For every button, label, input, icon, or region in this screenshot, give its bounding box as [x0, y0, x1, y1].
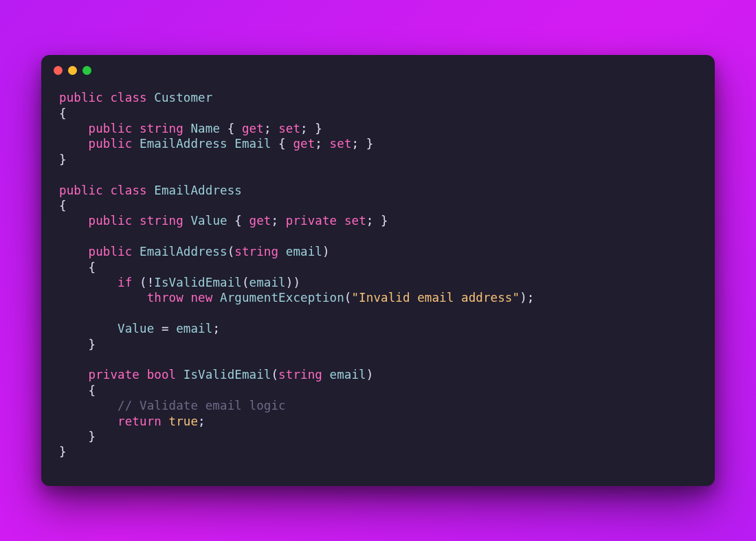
brace-close: }	[59, 153, 67, 166]
indent	[59, 291, 147, 305]
prop-name: Name	[190, 122, 220, 135]
keyword-class: class	[110, 91, 146, 104]
literal-true: true	[169, 415, 199, 428]
punct: ; }	[366, 214, 388, 228]
punct: ;	[264, 122, 278, 135]
brace-open: {	[59, 107, 67, 120]
indent	[59, 276, 118, 289]
punct: (	[344, 291, 352, 305]
string-invalid-email: "Invalid email address"	[351, 291, 520, 305]
keyword-bool: bool	[147, 368, 177, 382]
punct: ;	[212, 322, 220, 335]
space	[162, 415, 169, 428]
keyword-private: private	[89, 368, 140, 382]
brace-close: }	[59, 445, 67, 459]
punct: )	[322, 245, 330, 258]
keyword-public: public	[59, 184, 103, 197]
space	[103, 184, 111, 197]
keyword-private: private	[286, 214, 337, 228]
punct: ; }	[352, 137, 374, 151]
type-customer: Customer	[154, 91, 212, 104]
keyword-public: public	[89, 245, 133, 258]
space	[176, 368, 184, 382]
punct: ))	[286, 276, 300, 289]
keyword-public: public	[89, 137, 133, 151]
keyword-get: get	[293, 137, 315, 151]
brace-open: {	[59, 199, 67, 212]
space	[140, 368, 147, 382]
keyword-set: set	[278, 122, 300, 135]
punct: )	[366, 368, 374, 382]
punct: {	[271, 137, 293, 151]
prop-value: Value	[190, 214, 227, 228]
punct: (	[242, 276, 249, 289]
space	[103, 91, 111, 104]
indent: {	[59, 384, 96, 397]
ctor-emailaddress: EmailAddress	[140, 245, 227, 258]
keyword-throw: throw	[147, 291, 184, 305]
keyword-get: get	[242, 122, 264, 135]
comment-validate: // Validate email logic	[118, 399, 286, 412]
indent	[59, 245, 89, 258]
window-close-icon[interactable]	[54, 66, 63, 75]
indent	[59, 322, 118, 335]
window-minimize-icon[interactable]	[68, 66, 77, 75]
keyword-set: set	[344, 214, 366, 228]
window-zoom-icon[interactable]	[82, 66, 91, 75]
keyword-string: string	[140, 214, 184, 228]
space	[184, 122, 191, 135]
punct: (!	[132, 276, 154, 289]
indent	[59, 122, 89, 135]
punct: (	[271, 368, 278, 382]
indent	[59, 415, 118, 428]
space	[132, 245, 140, 258]
space	[132, 122, 140, 135]
space	[212, 291, 220, 305]
punct: =	[154, 322, 176, 335]
code-block: public class Customer { public string Na…	[41, 80, 715, 460]
space	[184, 291, 191, 305]
space	[337, 214, 344, 228]
indent: }	[59, 338, 96, 351]
punct: ; }	[300, 122, 322, 135]
ref-email: email	[176, 322, 212, 335]
keyword-string: string	[234, 245, 278, 258]
arg-email: email	[249, 276, 286, 289]
param-email: email	[330, 368, 366, 382]
prop-email: Email	[234, 137, 271, 151]
type-emailaddress: EmailAddress	[154, 184, 242, 197]
keyword-class: class	[110, 184, 146, 197]
window-titlebar	[41, 55, 715, 80]
space	[147, 184, 155, 197]
code-window: public class Customer { public string Na…	[41, 55, 715, 486]
keyword-string: string	[140, 122, 184, 135]
indent: }	[59, 430, 96, 443]
assign-value: Value	[118, 322, 154, 335]
keyword-public: public	[89, 122, 133, 135]
space	[184, 214, 191, 228]
punct: ;	[198, 415, 205, 428]
space	[322, 368, 330, 382]
method-isvalidemail: IsValidEmail	[184, 368, 271, 382]
keyword-new: new	[190, 291, 212, 305]
space	[147, 91, 155, 104]
punct: ;	[271, 214, 286, 228]
keyword-return: return	[118, 415, 162, 428]
indent	[59, 214, 89, 228]
type-argumentexception: ArgumentException	[220, 291, 344, 305]
keyword-set: set	[330, 137, 352, 151]
punct: {	[220, 122, 242, 135]
space	[132, 214, 140, 228]
punct: ;	[315, 137, 329, 151]
keyword-public: public	[89, 214, 133, 228]
indent	[59, 399, 118, 412]
call-isvalidemail: IsValidEmail	[154, 276, 242, 289]
indent: {	[59, 261, 96, 274]
keyword-string: string	[278, 368, 322, 382]
punct: {	[227, 214, 249, 228]
space	[278, 245, 286, 258]
space	[227, 137, 235, 151]
punct: );	[520, 291, 534, 305]
indent	[59, 137, 89, 151]
type-emailaddress: EmailAddress	[140, 137, 227, 151]
